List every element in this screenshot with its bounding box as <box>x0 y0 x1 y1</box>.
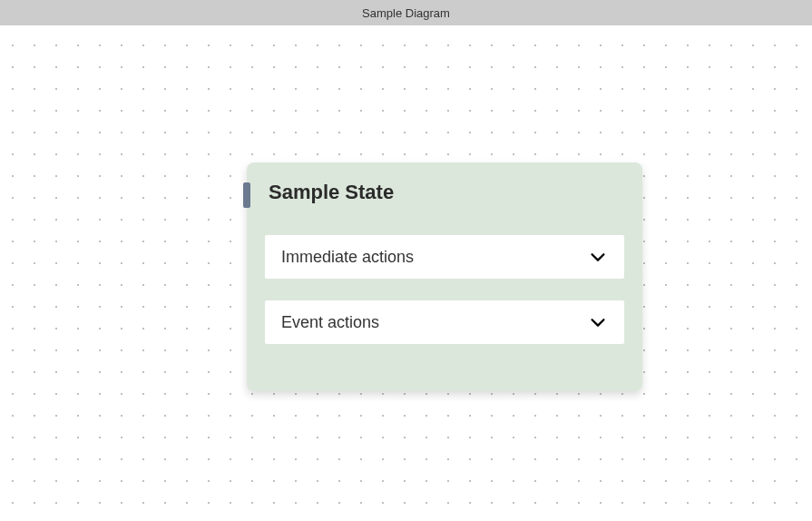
diagram-title: Sample Diagram <box>362 6 450 20</box>
diagram-canvas[interactable]: Sample State Immediate actions Event act… <box>0 25 812 521</box>
state-node[interactable]: Sample State Immediate actions Event act… <box>247 162 642 391</box>
section-label: Immediate actions <box>281 248 414 267</box>
section-immediate-actions[interactable]: Immediate actions <box>265 235 624 279</box>
title-bar: Sample Diagram <box>0 0 812 25</box>
section-event-actions[interactable]: Event actions <box>265 300 624 344</box>
state-marker <box>243 182 250 208</box>
state-title-bar: Sample State <box>265 181 624 204</box>
section-label: Event actions <box>281 313 379 332</box>
chevron-down-icon <box>588 247 608 267</box>
state-title: Sample State <box>269 181 394 204</box>
chevron-down-icon <box>588 312 608 332</box>
